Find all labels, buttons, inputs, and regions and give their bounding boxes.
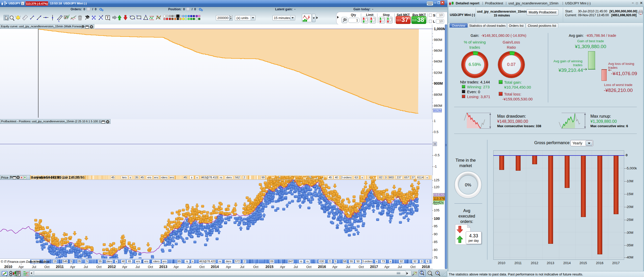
svg-text:15: 15 bbox=[53, 260, 56, 263]
svg-text:s: s bbox=[361, 176, 363, 179]
svg-text:45: 45 bbox=[329, 176, 332, 179]
svg-text:847: 847 bbox=[289, 260, 293, 263]
svg-text:0%: 0% bbox=[465, 183, 471, 187]
svg-text:2: 2 bbox=[244, 260, 245, 263]
svg-text:45: 45 bbox=[111, 176, 114, 179]
svg-text:3: 3 bbox=[421, 260, 422, 263]
svg-text:65: 65 bbox=[128, 260, 131, 263]
svg-text:rs: rs bbox=[300, 260, 302, 263]
svg-text:ers: ers bbox=[147, 176, 151, 179]
svg-text:572: 572 bbox=[235, 260, 240, 263]
svg-text:ers: ers bbox=[154, 176, 158, 179]
svg-text:237: 237 bbox=[397, 176, 401, 179]
svg-text:s: s bbox=[426, 176, 428, 179]
svg-text:35: 35 bbox=[135, 176, 138, 179]
svg-text:T: T bbox=[107, 16, 109, 20]
svg-text:92: 92 bbox=[400, 260, 403, 263]
svg-text:21: 21 bbox=[328, 260, 332, 263]
svg-text:463@78.420: 463@78.420 bbox=[199, 260, 215, 263]
svg-text:92: 92 bbox=[413, 260, 417, 263]
svg-text:5: 5 bbox=[86, 260, 88, 263]
svg-text:3 orders: 3 orders bbox=[362, 260, 373, 263]
svg-text:5: 5 bbox=[335, 260, 336, 263]
svg-text:rs: rs bbox=[220, 176, 222, 179]
svg-text:65: 65 bbox=[178, 260, 181, 263]
svg-text:3 orders: 3 orders bbox=[341, 176, 352, 179]
svg-text:99: 99 bbox=[261, 176, 265, 179]
svg-text:45: 45 bbox=[141, 176, 144, 179]
svg-text:ers: ers bbox=[144, 260, 148, 263]
svg-text:s: s bbox=[191, 176, 192, 179]
svg-text:40: 40 bbox=[335, 176, 338, 179]
svg-text:rders: rders bbox=[153, 260, 160, 263]
svg-text:55: 55 bbox=[350, 260, 353, 263]
svg-text:463@78.410: 463@78.410 bbox=[201, 176, 217, 179]
svg-text:37: 37 bbox=[412, 176, 415, 179]
svg-text:rders: rders bbox=[161, 176, 167, 179]
svg-text:ders: ders bbox=[226, 260, 231, 263]
svg-text:45: 45 bbox=[184, 176, 187, 179]
svg-text:ders: ders bbox=[107, 260, 112, 263]
svg-text:rs 15 05 5 163 35: rs 15 05 5 163 35 bbox=[36, 176, 61, 179]
svg-text:55: 55 bbox=[99, 260, 102, 263]
svg-text:82: 82 bbox=[379, 176, 382, 179]
svg-text:983: 983 bbox=[389, 176, 393, 179]
svg-text:030: 030 bbox=[319, 260, 324, 263]
svg-text:5: 5 bbox=[71, 260, 72, 263]
svg-text:s: s bbox=[130, 176, 131, 179]
svg-text:2: 2 bbox=[243, 176, 245, 179]
svg-text:s: s bbox=[196, 176, 198, 179]
svg-text:ers: ers bbox=[170, 176, 174, 179]
svg-text:05: 05 bbox=[78, 260, 81, 263]
svg-text:657: 657 bbox=[404, 176, 409, 179]
svg-text:ers: ers bbox=[136, 260, 140, 263]
svg-text:s: s bbox=[390, 260, 391, 263]
svg-text:63: 63 bbox=[355, 176, 358, 179]
svg-text:58: 58 bbox=[343, 260, 346, 263]
svg-text:s: s bbox=[192, 260, 193, 263]
svg-text:s: s bbox=[116, 260, 117, 263]
svg-text:s: s bbox=[376, 260, 377, 263]
svg-text:6114: 6114 bbox=[417, 176, 423, 179]
svg-text:40: 40 bbox=[122, 260, 125, 263]
svg-text:562: 562 bbox=[235, 176, 240, 179]
svg-text:3: 3 bbox=[385, 176, 386, 179]
svg-text:09: 09 bbox=[270, 260, 273, 263]
svg-text:9: 9 bbox=[427, 260, 428, 263]
svg-text:545: 545 bbox=[63, 260, 67, 263]
svg-text:rs: rs bbox=[306, 260, 309, 263]
svg-text:ders: ders bbox=[226, 176, 232, 179]
svg-text:rs: rs bbox=[219, 260, 221, 263]
svg-text:ers: ers bbox=[163, 260, 167, 263]
svg-text:lers: lers bbox=[122, 176, 127, 179]
svg-text:73: 73 bbox=[382, 260, 385, 263]
svg-text:rs: rs bbox=[186, 260, 188, 263]
svg-text:50: 50 bbox=[357, 260, 360, 263]
